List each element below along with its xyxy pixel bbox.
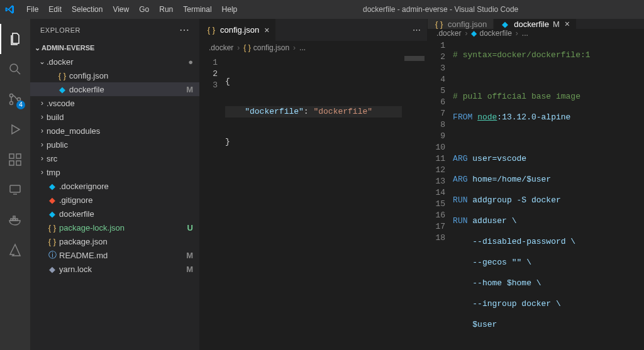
activity-search[interactable] (0, 54, 30, 84)
tree-item-label: build (47, 112, 193, 122)
scm-status: M (186, 251, 193, 260)
docker-icon: ◆ (471, 29, 477, 38)
activity-remote[interactable] (0, 175, 30, 205)
breadcrumb-file[interactable]: config.json (253, 43, 289, 52)
breadcrumbs-right[interactable]: .docker › ◆ dockerfile › ... (428, 29, 644, 38)
chevron-icon: › (38, 126, 47, 135)
editor-area: { } config.json × ⋯ .docker › { } config… (200, 19, 644, 350)
chevron-icon: ⌄ (38, 57, 47, 66)
vscode-logo-icon (5, 4, 15, 14)
editor-more-icon[interactable]: ⋯ (413, 25, 421, 35)
svg-rect-12 (13, 216, 15, 218)
code-editor-right[interactable]: 123456789101112131415161718 # syntax=doc… (428, 38, 644, 350)
chevron-icon: › (38, 99, 47, 107)
tree-item-label: .docker (47, 57, 186, 67)
tree-item-label: .vscode (47, 99, 193, 108)
scm-status: M (186, 265, 193, 274)
svg-point-0 (10, 64, 18, 72)
tab-dockerfile[interactable]: ◆ dockerfile M × (494, 19, 577, 29)
svg-rect-7 (16, 154, 21, 158)
tree-item-label: config.json (69, 71, 193, 80)
chevron-icon: › (38, 112, 47, 121)
tree-file[interactable]: ◆.dockerignore (30, 179, 199, 193)
activity-explorer[interactable] (0, 24, 30, 54)
tabs-left: { } config.json × ⋯ (200, 19, 427, 41)
tree-folder[interactable]: ›.vscode (30, 96, 199, 110)
gutter: 123456789101112131415161718 (428, 38, 453, 350)
activity-scm[interactable]: 4 (0, 84, 30, 114)
tree-file[interactable]: { }config.json (30, 68, 199, 82)
menu-terminal[interactable]: Terminal (178, 5, 216, 14)
breadcrumbs-left[interactable]: .docker › { } config.json › ... (200, 41, 427, 55)
extensions-icon (8, 152, 23, 167)
breadcrumb-more[interactable]: ... (522, 29, 528, 38)
sidebar-header: EXPLORER ⋯ (30, 19, 199, 41)
json-icon: { } (206, 25, 216, 35)
menu-file[interactable]: File (21, 5, 43, 14)
docker-icon (8, 212, 23, 227)
minimap[interactable] (402, 55, 427, 350)
tree-item-label: node_modules (47, 126, 193, 136)
tree-item-label: dockerfile (59, 209, 193, 219)
tree-item-label: dockerfile (69, 85, 184, 94)
scm-status: ● (188, 57, 193, 67)
chevron-icon: › (38, 168, 47, 177)
remote-icon (8, 182, 23, 197)
tree-folder[interactable]: ⌄.docker● (30, 55, 199, 68)
scm-badge: 4 (16, 101, 25, 109)
tree-file[interactable]: ◆.gitignore (30, 193, 199, 207)
code-content[interactable]: # syntax=docker/dockerfile:1 # pull offi… (453, 38, 644, 350)
menu-edit[interactable]: Edit (43, 5, 67, 14)
tree-file[interactable]: ◆dockerfile (30, 207, 199, 221)
menu-selection[interactable]: Selection (67, 5, 108, 14)
code-editor-left[interactable]: 1 2 3 { "dockerfile": "dockerfile" } (200, 55, 427, 350)
menu-go[interactable]: Go (134, 5, 154, 14)
tab-label: dockerfile (514, 19, 549, 29)
sidebar: EXPLORER ⋯ ⌄ ADMIN-EVERSE ⌄.docker●{ }co… (30, 19, 200, 350)
tree-folder[interactable]: ›node_modules (30, 124, 199, 138)
tab-config-json[interactable]: { } config.json × (200, 19, 276, 41)
tab-config-json-right[interactable]: { } config.json (428, 19, 494, 29)
breadcrumb-more[interactable]: ... (299, 43, 306, 52)
menu-run[interactable]: Run (154, 5, 178, 14)
tree-file[interactable]: ⓘREADME.mdM (30, 248, 199, 262)
tree-file[interactable]: ◆yarn.lockM (30, 262, 199, 276)
menu-bar: File Edit Selection View Go Run Terminal… (21, 5, 242, 14)
tree-folder[interactable]: ›tmp (30, 165, 199, 179)
tree-folder[interactable]: ›src (30, 151, 199, 165)
chevron-icon: › (38, 140, 47, 149)
menu-view[interactable]: View (108, 5, 134, 14)
svg-point-1 (10, 94, 13, 97)
editor-group-right: { } config.json ◆ dockerfile M × .docker… (428, 19, 644, 350)
activity-docker[interactable] (0, 205, 30, 235)
activity-azure[interactable] (0, 235, 30, 265)
tabs-right: { } config.json ◆ dockerfile M × (428, 19, 644, 29)
tab-label: config.json (448, 19, 487, 29)
close-icon[interactable]: × (565, 19, 570, 29)
tree-item-label: src (47, 154, 193, 163)
file-tree: ⌄.docker●{ }config.json◆dockerfileM›.vsc… (30, 55, 199, 276)
breadcrumb-file[interactable]: dockerfile (479, 29, 511, 38)
tree-folder[interactable]: ›build (30, 110, 199, 124)
svg-rect-8 (10, 185, 20, 192)
sidebar-more-icon[interactable]: ⋯ (179, 24, 190, 36)
tree-item-label: .gitignore (59, 195, 193, 205)
project-root[interactable]: ⌄ ADMIN-EVERSE (30, 41, 199, 55)
search-icon (8, 62, 23, 77)
breadcrumb-folder[interactable]: .docker (436, 29, 461, 38)
breadcrumb-folder[interactable]: .docker (209, 43, 233, 52)
svg-rect-4 (9, 154, 14, 158)
gutter: 1 2 3 (200, 55, 225, 350)
tree-item-label: tmp (47, 168, 193, 177)
svg-point-2 (10, 102, 13, 105)
tree-file[interactable]: { }package-lock.jsonU (30, 221, 199, 234)
tree-file[interactable]: { }package.json (30, 234, 199, 248)
menu-help[interactable]: Help (217, 5, 243, 14)
tree-folder[interactable]: ›public (30, 138, 199, 151)
play-icon (8, 122, 23, 137)
activity-extensions[interactable] (0, 145, 30, 175)
activity-run-debug[interactable] (0, 114, 30, 145)
tree-file[interactable]: ◆dockerfileM (30, 82, 199, 96)
close-icon[interactable]: × (264, 25, 269, 35)
code-content[interactable]: { "dockerfile": "dockerfile" } (225, 55, 402, 350)
